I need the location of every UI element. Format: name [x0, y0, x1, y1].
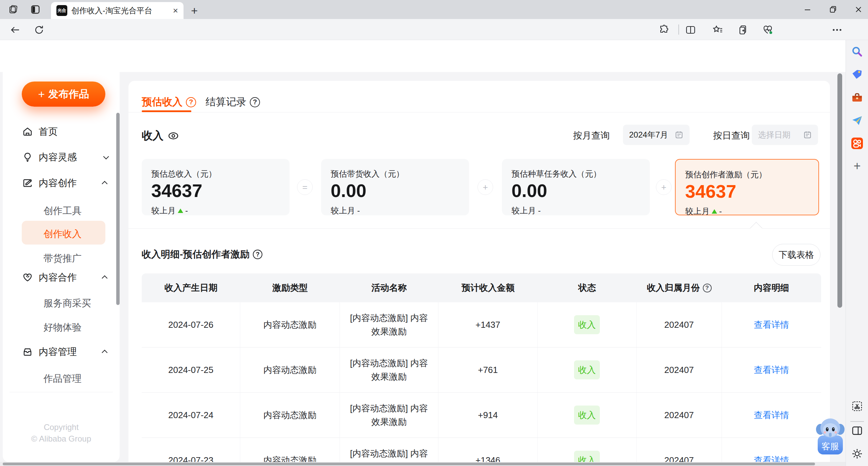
col-header-activity: 活动名称: [340, 273, 438, 302]
sidebar-item-home[interactable]: 首页: [3, 122, 120, 142]
cell-type: 内容动态激励: [240, 347, 340, 393]
help-icon[interactable]: ?: [703, 284, 712, 292]
toolbox-icon[interactable]: [851, 92, 863, 104]
cell-status: 收入: [538, 347, 637, 393]
plus-operator: +: [478, 179, 493, 195]
copyright-line1: Copyright: [3, 423, 120, 432]
sidebar-item-label: 内容管理: [39, 345, 77, 358]
sidebar-item-promotion[interactable]: 带货推广: [44, 252, 82, 265]
card-compare: 较上月 -: [151, 205, 290, 216]
tab-settlement-records[interactable]: 结算记录 ?: [206, 95, 260, 109]
help-icon[interactable]: ?: [186, 97, 196, 107]
card-compare: 较上月-: [511, 205, 650, 216]
card-sales-income[interactable]: 预估带货收入（元） 0.00 较上月-: [321, 159, 469, 215]
sidebar-item-creation[interactable]: 内容创作: [3, 173, 120, 193]
window-close-icon[interactable]: [854, 5, 863, 14]
sidebar-item-label: 首页: [39, 125, 58, 138]
income-section-title: 收入: [142, 128, 179, 143]
sidebar-item-creation-income[interactable]: 创作收入: [44, 228, 82, 240]
sidebar-item-inspiration[interactable]: 内容灵感: [3, 147, 120, 167]
download-table-button[interactable]: 下载表格: [772, 244, 820, 266]
shopping-tag-icon[interactable]: [851, 69, 863, 81]
income-detail-table: 收入产生日期 激励类型 活动名称 预计收入金额 状态 收入归属月份 ? 内容明细…: [142, 273, 821, 466]
cell-activity: [内容动态激励] 内容效果激励: [340, 347, 438, 393]
sidebar-divider: [850, 421, 864, 422]
eye-icon[interactable]: [168, 130, 179, 142]
card-seeding-task-income[interactable]: 预估种草任务收入（元） 0.00 较上月-: [502, 159, 650, 215]
card-label: 预估带货收入（元）: [331, 168, 469, 179]
tab-actions-icon[interactable]: [31, 5, 40, 14]
sidebar-item-product-trial[interactable]: 好物体验: [44, 321, 82, 334]
screenshot-icon[interactable]: [851, 400, 863, 412]
new-tab-icon[interactable]: +: [191, 4, 198, 17]
cell-detail: 查看详情: [722, 347, 821, 393]
add-sidebar-app-icon[interactable]: +: [851, 160, 863, 172]
card-value: 34637: [151, 181, 290, 200]
sidebar-scrollbar[interactable]: [116, 113, 120, 305]
sidebar-item-label: 内容灵感: [39, 151, 77, 164]
back-icon[interactable]: [10, 25, 20, 35]
publish-label: 发布作品: [48, 87, 89, 101]
day-picker[interactable]: 选择日期: [752, 125, 818, 145]
status-badge: 收入: [574, 315, 600, 334]
month-query-label: 按月查询: [573, 129, 610, 142]
paper-plane-icon[interactable]: [851, 114, 863, 127]
sidebar-item-works-management[interactable]: 作品管理: [44, 372, 82, 385]
sidebar: + 发布作品 首页 内容灵感: [3, 72, 120, 462]
help-icon[interactable]: ?: [253, 250, 262, 259]
kuaishou-icon[interactable]: [851, 137, 863, 149]
tab-close-icon[interactable]: ×: [173, 5, 178, 16]
cell-date: 2024-07-26: [142, 302, 240, 347]
card-total-income[interactable]: 预估总收入（元） 34637 较上月 -: [142, 159, 290, 215]
inbox-icon: [22, 347, 33, 357]
cell-date: 2024-07-25: [142, 347, 240, 393]
side-panel-icon[interactable]: [851, 425, 863, 437]
view-details-link[interactable]: 查看详情: [754, 408, 789, 422]
tab-estimated-income[interactable]: 预估收入 ?: [142, 95, 196, 109]
browser-titlebar: 光合 创作收入-淘宝光合平台 × +: [0, 0, 868, 19]
card-label: 预估总收入（元）: [151, 168, 290, 179]
horizontal-scrollbar-thumb[interactable]: [3, 463, 815, 465]
view-details-link[interactable]: 查看详情: [754, 363, 789, 377]
browser-tab[interactable]: 光合 创作收入-淘宝光合平台 ×: [51, 2, 184, 19]
sidebar-item-collaboration[interactable]: 内容合作: [3, 267, 120, 288]
more-icon[interactable]: [832, 28, 842, 32]
refresh-icon[interactable]: [34, 25, 44, 35]
cell-month: 202407: [637, 393, 722, 438]
elephant-mascot-icon: [816, 417, 845, 439]
chevron-up-icon: [102, 181, 107, 187]
page-vertical-scrollbar[interactable]: [837, 73, 842, 308]
workspaces-icon[interactable]: [9, 5, 18, 14]
help-icon[interactable]: ?: [250, 97, 260, 107]
trend-up-icon: [712, 209, 717, 214]
month-picker[interactable]: 2024年7月: [623, 125, 690, 145]
card-creator-incentive[interactable]: 预估创作者激励（元） 34637 较上月 -: [675, 159, 819, 215]
favorites-list-icon[interactable]: [712, 24, 723, 35]
status-badge: 收入: [574, 406, 600, 425]
browser-essentials-icon[interactable]: [762, 24, 773, 35]
extensions-icon[interactable]: [659, 24, 670, 35]
chevron-down-icon: [103, 154, 109, 159]
col-header-month: 收入归属月份 ?: [637, 273, 722, 302]
search-icon[interactable]: [851, 46, 863, 58]
card-value: 34637: [685, 182, 818, 200]
cell-amount: +761: [438, 347, 538, 393]
restore-icon[interactable]: [828, 5, 838, 14]
sidebar-divider: [10, 392, 113, 392]
split-screen-icon[interactable]: [685, 24, 696, 35]
settings-gear-icon[interactable]: [851, 448, 863, 460]
cell-type: 内容动态激励: [240, 393, 340, 438]
sidebar-item-creation-tools[interactable]: 创作工具: [44, 204, 82, 217]
status-badge: 收入: [574, 360, 600, 379]
collections-icon[interactable]: [738, 24, 749, 35]
site-header: 淘宝·光合平台 消息 创作者服务: [0, 40, 846, 72]
cell-detail: 查看详情: [722, 393, 821, 438]
col-header-status: 状态: [538, 273, 637, 302]
minimize-icon[interactable]: [803, 5, 812, 14]
sidebar-item-service-purchase[interactable]: 服务商采买: [44, 297, 91, 310]
publish-button[interactable]: + 发布作品: [22, 82, 105, 107]
lightbulb-icon: [22, 152, 33, 162]
sidebar-item-management[interactable]: 内容管理: [3, 342, 120, 362]
home-icon: [22, 127, 33, 137]
view-details-link[interactable]: 查看详情: [754, 318, 789, 331]
